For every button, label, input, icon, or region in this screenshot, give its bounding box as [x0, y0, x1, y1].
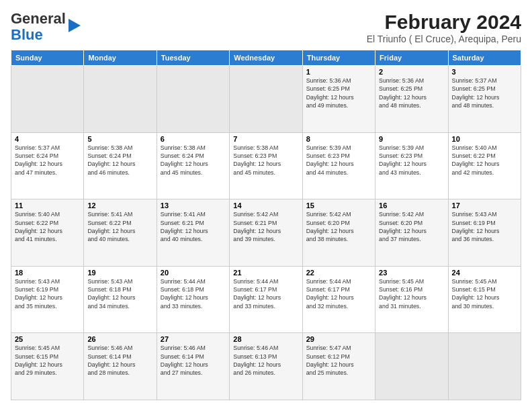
day-number: 8 — [306, 135, 371, 143]
table-cell: 3Sunrise: 5:37 AM Sunset: 6:25 PM Daylig… — [448, 66, 521, 133]
day-number: 29 — [306, 335, 371, 343]
day-info: Sunrise: 5:43 AM Sunset: 6:19 PM Dayligh… — [15, 277, 80, 310]
week-row-3: 11Sunrise: 5:40 AM Sunset: 6:22 PM Dayli… — [11, 199, 521, 267]
day-number: 20 — [161, 269, 226, 277]
header-saturday: Saturday — [448, 50, 521, 66]
header-monday: Monday — [84, 50, 157, 66]
table-cell: 29Sunrise: 5:47 AM Sunset: 6:12 PM Dayli… — [302, 333, 375, 400]
table-cell — [448, 333, 521, 400]
table-cell: 12Sunrise: 5:41 AM Sunset: 6:22 PM Dayli… — [84, 199, 157, 267]
table-cell: 26Sunrise: 5:46 AM Sunset: 6:14 PM Dayli… — [84, 333, 157, 400]
day-info: Sunrise: 5:37 AM Sunset: 6:24 PM Dayligh… — [15, 144, 80, 177]
day-number: 1 — [306, 68, 371, 76]
day-number: 21 — [233, 269, 298, 277]
day-number: 23 — [379, 269, 444, 277]
day-number: 25 — [15, 335, 80, 343]
day-number: 15 — [306, 201, 371, 210]
logo-arrow-icon — [69, 19, 81, 32]
weekday-header-row: Sunday Monday Tuesday Wednesday Thursday… — [11, 50, 521, 66]
day-number: 3 — [452, 68, 517, 76]
table-cell: 21Sunrise: 5:44 AM Sunset: 6:17 PM Dayli… — [230, 266, 302, 333]
day-info: Sunrise: 5:47 AM Sunset: 6:12 PM Dayligh… — [306, 344, 371, 377]
table-cell — [157, 66, 229, 133]
day-number: 6 — [161, 135, 226, 143]
day-number: 2 — [379, 68, 444, 76]
day-info: Sunrise: 5:38 AM Sunset: 6:24 PM Dayligh… — [161, 144, 226, 177]
day-number: 18 — [15, 269, 80, 277]
day-info: Sunrise: 5:46 AM Sunset: 6:13 PM Dayligh… — [233, 344, 298, 377]
day-info: Sunrise: 5:44 AM Sunset: 6:18 PM Dayligh… — [161, 277, 226, 310]
week-row-5: 25Sunrise: 5:45 AM Sunset: 6:15 PM Dayli… — [11, 333, 521, 400]
table-cell: 14Sunrise: 5:42 AM Sunset: 6:21 PM Dayli… — [230, 199, 302, 267]
day-number: 11 — [15, 201, 80, 210]
logo-text: General Blue — [11, 11, 66, 43]
day-info: Sunrise: 5:45 AM Sunset: 6:15 PM Dayligh… — [452, 277, 517, 310]
day-number: 7 — [233, 135, 298, 143]
header-sunday: Sunday — [11, 50, 84, 66]
day-number: 5 — [87, 135, 152, 143]
day-info: Sunrise: 5:41 AM Sunset: 6:22 PM Dayligh… — [87, 210, 152, 243]
calendar-table: Sunday Monday Tuesday Wednesday Thursday… — [11, 50, 521, 400]
logo-blue: Blue — [11, 26, 43, 43]
day-info: Sunrise: 5:45 AM Sunset: 6:15 PM Dayligh… — [15, 344, 80, 377]
day-info: Sunrise: 5:38 AM Sunset: 6:23 PM Dayligh… — [233, 144, 298, 177]
table-cell: 28Sunrise: 5:46 AM Sunset: 6:13 PM Dayli… — [230, 333, 302, 400]
logo-general: General — [11, 10, 66, 27]
day-info: Sunrise: 5:42 AM Sunset: 6:20 PM Dayligh… — [306, 210, 371, 243]
day-number: 12 — [87, 201, 152, 210]
day-info: Sunrise: 5:46 AM Sunset: 6:14 PM Dayligh… — [87, 344, 152, 377]
table-cell — [230, 66, 302, 133]
table-cell: 15Sunrise: 5:42 AM Sunset: 6:20 PM Dayli… — [302, 199, 375, 267]
table-cell — [84, 66, 157, 133]
day-number: 19 — [87, 269, 152, 277]
table-cell: 13Sunrise: 5:41 AM Sunset: 6:21 PM Dayli… — [157, 199, 229, 267]
table-cell: 2Sunrise: 5:36 AM Sunset: 6:25 PM Daylig… — [375, 66, 448, 133]
day-info: Sunrise: 5:37 AM Sunset: 6:25 PM Dayligh… — [452, 77, 517, 109]
table-cell: 8Sunrise: 5:39 AM Sunset: 6:23 PM Daylig… — [302, 132, 375, 199]
table-cell: 19Sunrise: 5:43 AM Sunset: 6:18 PM Dayli… — [84, 266, 157, 333]
week-row-2: 4Sunrise: 5:37 AM Sunset: 6:24 PM Daylig… — [11, 132, 521, 199]
table-cell: 22Sunrise: 5:44 AM Sunset: 6:17 PM Dayli… — [302, 266, 375, 333]
logo: General Blue — [11, 11, 81, 43]
day-info: Sunrise: 5:40 AM Sunset: 6:22 PM Dayligh… — [15, 210, 80, 243]
day-info: Sunrise: 5:43 AM Sunset: 6:19 PM Dayligh… — [452, 210, 517, 243]
day-number: 17 — [452, 201, 517, 210]
day-number: 9 — [379, 135, 444, 143]
table-cell: 17Sunrise: 5:43 AM Sunset: 6:19 PM Dayli… — [448, 199, 521, 267]
day-info: Sunrise: 5:42 AM Sunset: 6:21 PM Dayligh… — [233, 210, 298, 243]
table-cell: 20Sunrise: 5:44 AM Sunset: 6:18 PM Dayli… — [157, 266, 229, 333]
table-cell: 4Sunrise: 5:37 AM Sunset: 6:24 PM Daylig… — [11, 132, 84, 199]
day-info: Sunrise: 5:36 AM Sunset: 6:25 PM Dayligh… — [306, 77, 371, 109]
table-cell: 6Sunrise: 5:38 AM Sunset: 6:24 PM Daylig… — [157, 132, 229, 199]
title-block: February 2024 El Triunfo ( El Cruce), Ar… — [367, 11, 521, 44]
table-cell — [11, 66, 84, 133]
day-number: 26 — [87, 335, 152, 343]
day-info: Sunrise: 5:44 AM Sunset: 6:17 PM Dayligh… — [233, 277, 298, 310]
table-cell: 16Sunrise: 5:42 AM Sunset: 6:20 PM Dayli… — [375, 199, 448, 267]
table-cell: 10Sunrise: 5:40 AM Sunset: 6:22 PM Dayli… — [448, 132, 521, 199]
day-info: Sunrise: 5:40 AM Sunset: 6:22 PM Dayligh… — [452, 144, 517, 177]
header-wednesday: Wednesday — [230, 50, 302, 66]
table-cell: 5Sunrise: 5:38 AM Sunset: 6:24 PM Daylig… — [84, 132, 157, 199]
day-info: Sunrise: 5:44 AM Sunset: 6:17 PM Dayligh… — [306, 277, 371, 310]
day-number: 22 — [306, 269, 371, 277]
week-row-4: 18Sunrise: 5:43 AM Sunset: 6:19 PM Dayli… — [11, 266, 521, 333]
table-cell: 7Sunrise: 5:38 AM Sunset: 6:23 PM Daylig… — [230, 132, 302, 199]
day-info: Sunrise: 5:43 AM Sunset: 6:18 PM Dayligh… — [87, 277, 152, 310]
day-info: Sunrise: 5:45 AM Sunset: 6:16 PM Dayligh… — [379, 277, 444, 310]
day-number: 24 — [452, 269, 517, 277]
header-thursday: Thursday — [302, 50, 375, 66]
day-number: 28 — [233, 335, 298, 343]
table-cell: 9Sunrise: 5:39 AM Sunset: 6:23 PM Daylig… — [375, 132, 448, 199]
day-number: 4 — [15, 135, 80, 143]
table-cell: 24Sunrise: 5:45 AM Sunset: 6:15 PM Dayli… — [448, 266, 521, 333]
table-cell: 23Sunrise: 5:45 AM Sunset: 6:16 PM Dayli… — [375, 266, 448, 333]
day-number: 16 — [379, 201, 444, 210]
header-tuesday: Tuesday — [157, 50, 229, 66]
day-info: Sunrise: 5:41 AM Sunset: 6:21 PM Dayligh… — [161, 210, 226, 243]
table-cell — [375, 333, 448, 400]
calendar-subtitle: El Triunfo ( El Cruce), Arequipa, Peru — [367, 34, 521, 44]
table-cell: 27Sunrise: 5:46 AM Sunset: 6:14 PM Dayli… — [157, 333, 229, 400]
header: General Blue February 2024 El Triunfo ( … — [11, 11, 521, 44]
day-number: 27 — [161, 335, 226, 343]
